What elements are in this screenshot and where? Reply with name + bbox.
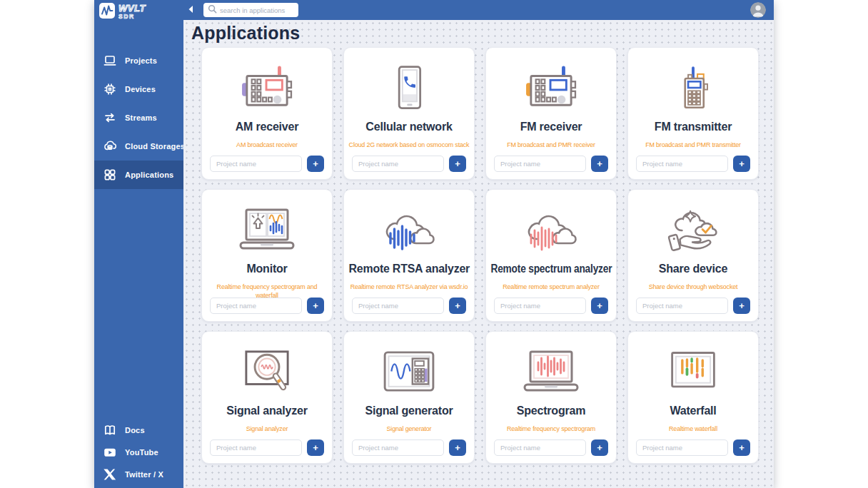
- project-name-input[interactable]: [210, 298, 302, 314]
- card-form: +: [210, 298, 324, 314]
- card-form: +: [210, 439, 324, 456]
- project-name-input[interactable]: [494, 298, 586, 314]
- add-project-button[interactable]: +: [307, 439, 324, 456]
- card-form: +: [352, 298, 466, 314]
- app-window: WVLT SDR Projects Devices Streams Cloud …: [94, 0, 774, 488]
- collapse-sidebar-button[interactable]: [185, 3, 196, 17]
- card-title: Signal analyzer: [226, 405, 308, 417]
- project-name-input[interactable]: [636, 298, 728, 314]
- card-signal-generator: Signal generator Signal generator +: [343, 331, 475, 464]
- card-title: Spectrogram: [517, 405, 586, 417]
- signal-generator-icon: [381, 340, 437, 403]
- card-am-receiver: AM receiver AM broadcast receiver +: [201, 47, 333, 180]
- card-waterfall: Waterfall Realtime waterfall +: [627, 331, 759, 464]
- card-form: +: [494, 156, 608, 172]
- project-name-input[interactable]: [210, 439, 302, 456]
- card-cellular-network: Cellular network Cloud 2G network based …: [343, 47, 475, 180]
- apps-grid-icon: [103, 168, 117, 182]
- project-name-input[interactable]: [636, 439, 728, 456]
- sidebar-item-label: YouTube: [125, 448, 158, 457]
- card-form: +: [636, 156, 750, 172]
- main-content: Applications AM receiver AM broadcast re…: [183, 20, 774, 488]
- sidebar-item-cloud-storages[interactable]: Cloud Storages: [94, 132, 183, 161]
- card-subtitle: AM broadcast receiver: [233, 141, 301, 149]
- sidebar-item-projects[interactable]: Projects: [94, 46, 183, 75]
- sidebar-item-streams[interactable]: Streams: [94, 103, 183, 132]
- card-form: +: [494, 439, 608, 456]
- user-avatar[interactable]: [750, 2, 766, 18]
- card-title: Monitor: [246, 263, 287, 275]
- sidebar-item-devices[interactable]: Devices: [94, 75, 183, 103]
- cloud-storage-icon: [103, 139, 117, 153]
- card-spectrogram: Spectrogram Realtime frequency spectrogr…: [485, 331, 617, 464]
- cloud-bars-red-icon: [521, 198, 581, 261]
- waterfall-screen-icon: [667, 340, 719, 403]
- sidebar-item-label: Cloud Storages: [125, 142, 185, 151]
- add-project-button[interactable]: +: [733, 298, 750, 314]
- sidebar-item-twitter-x[interactable]: Twitter / X: [94, 463, 183, 485]
- monitor-laptop-icon: [237, 198, 297, 261]
- card-subtitle: Cloud 2G network based on osmocom stack: [345, 141, 473, 149]
- card-share-device: Share device Share device through websoc…: [627, 189, 759, 322]
- card-subtitle: Realtime waterfall: [665, 425, 721, 433]
- sidebar-nav: Projects Devices Streams Cloud Storages …: [94, 46, 183, 189]
- card-title: FM receiver: [520, 121, 582, 133]
- card-form: +: [636, 298, 750, 314]
- card-fm-receiver: FM receiver FM broadcast and PMR receive…: [485, 47, 617, 180]
- card-title: FM transmitter: [655, 121, 732, 133]
- book-icon: [103, 423, 117, 437]
- project-name-input[interactable]: [352, 439, 444, 456]
- search-input[interactable]: [220, 6, 294, 14]
- sidebar-item-label: Twitter / X: [125, 470, 163, 479]
- add-project-button[interactable]: +: [591, 298, 608, 314]
- arrows-icon: [103, 111, 117, 125]
- project-name-input[interactable]: [210, 156, 302, 172]
- search-box: [203, 3, 298, 17]
- project-name-input[interactable]: [494, 439, 586, 456]
- project-name-input[interactable]: [636, 156, 728, 172]
- brand[interactable]: WVLT SDR: [94, 0, 183, 31]
- project-name-input[interactable]: [352, 298, 444, 314]
- add-project-button[interactable]: +: [449, 156, 466, 172]
- card-remote-spectrum-analyzer: Remote spectrum analyzer Realtime remote…: [485, 189, 617, 322]
- add-project-button[interactable]: +: [591, 156, 608, 172]
- card-form: +: [210, 156, 324, 172]
- card-form: +: [494, 298, 608, 314]
- card-fm-transmitter: FM transmitter FM broadcast and PMR tran…: [627, 47, 759, 180]
- add-project-button[interactable]: +: [733, 156, 750, 172]
- brand-waveform-icon: [99, 3, 115, 19]
- sidebar-spacer: [94, 189, 183, 419]
- sidebar-item-youtube[interactable]: YouTube: [94, 441, 183, 463]
- card-remote-rtsa-analyzer: Remote RTSA analyzer Realtime remote RTS…: [343, 189, 475, 322]
- card-title: AM receiver: [236, 121, 299, 133]
- project-name-input[interactable]: [352, 156, 444, 172]
- card-subtitle: Realtime remote spectrum analyzer: [499, 283, 602, 291]
- add-project-button[interactable]: +: [307, 298, 324, 314]
- card-form: +: [636, 439, 750, 456]
- project-name-input[interactable]: [494, 156, 586, 172]
- chevron-left-icon: [188, 5, 193, 16]
- card-title: Remote spectrum analyzer: [490, 263, 612, 275]
- add-project-button[interactable]: +: [591, 439, 608, 456]
- card-title: Remote RTSA analyzer: [348, 263, 470, 275]
- x-logo-icon: [103, 467, 117, 482]
- brand-subtitle: SDR: [118, 14, 146, 20]
- card-monitor: Monitor Realtime frequency spectrogram a…: [201, 189, 333, 322]
- sidebar-item-label: Docs: [125, 426, 145, 434]
- cards-grid: AM receiver AM broadcast receiver + Cell…: [201, 47, 774, 464]
- add-project-button[interactable]: +: [733, 439, 750, 456]
- content-column: Applications AM receiver AM broadcast re…: [183, 0, 774, 488]
- add-project-button[interactable]: +: [449, 298, 466, 314]
- sidebar-item-docs[interactable]: Docs: [94, 419, 183, 441]
- sidebar-item-applications[interactable]: Applications: [94, 161, 183, 189]
- topbar: [183, 0, 774, 20]
- card-subtitle: Signal analyzer: [243, 425, 292, 433]
- add-project-button[interactable]: +: [449, 439, 466, 456]
- card-subtitle: FM broadcast and PMR transmitter: [642, 141, 745, 149]
- add-project-button[interactable]: +: [307, 156, 324, 172]
- card-title: Share device: [659, 263, 727, 275]
- card-title: Signal generator: [365, 405, 453, 417]
- spectrogram-laptop-icon: [521, 340, 581, 403]
- brand-name: WVLT: [118, 4, 146, 13]
- cloud-bars-blue-icon: [379, 198, 439, 261]
